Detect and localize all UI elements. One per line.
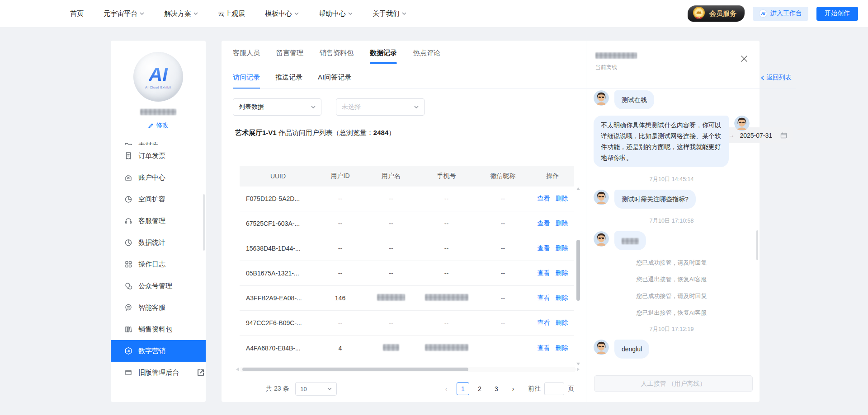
back-to-list-link[interactable]: 返回列表 <box>761 74 792 89</box>
scroll-up-arrow[interactable] <box>576 187 580 190</box>
table-row: F075D12D-5A2D... -- -- -- -- 查看删除 <box>240 187 574 211</box>
nav-metaverse[interactable]: 元宇宙平台 <box>104 9 144 18</box>
chevron-down-icon <box>402 12 406 15</box>
start-creating-button[interactable]: 开始创作 <box>816 7 858 21</box>
chat-header: 当前离线 <box>586 41 760 71</box>
sidebar-item-smart-service[interactable]: 智能客服 <box>111 297 206 318</box>
headphones-icon <box>124 217 132 225</box>
sidebar-item-operation-log[interactable]: 操作日志 <box>111 253 206 275</box>
nav-about-us-label: 关于我们 <box>373 9 400 18</box>
view-link[interactable]: 查看 <box>538 269 550 277</box>
table-vertical-scrollbar[interactable] <box>576 187 580 366</box>
sidebar-scrollbar-thumb[interactable] <box>203 194 205 251</box>
chevron-down-icon <box>327 387 332 390</box>
secondary-select[interactable]: 未选择 <box>336 98 425 116</box>
view-link[interactable]: 查看 <box>538 344 550 352</box>
subtab-push-records[interactable]: 推送记录 <box>275 73 302 89</box>
nav-template-center[interactable]: 模板中心 <box>265 9 299 18</box>
next-page-button[interactable]: › <box>507 382 519 395</box>
page-size-select[interactable]: 10 <box>295 382 337 396</box>
page-button-2[interactable]: 2 <box>473 382 486 395</box>
sidebar-item-sales-kit[interactable]: 销售资料包 <box>111 318 206 340</box>
close-icon[interactable] <box>741 55 748 62</box>
tab-message-management[interactable]: 留言管理 <box>276 49 303 64</box>
nav-cloud-exhibition[interactable]: 云上观展 <box>218 9 245 18</box>
vertical-scrollbar-thumb[interactable] <box>576 240 580 301</box>
column-username: 用户名 <box>364 172 418 180</box>
column-user-id: 用户ID <box>316 172 364 180</box>
medal-icon: VIP <box>690 5 708 22</box>
user-avatar <box>594 190 609 205</box>
subtab-ai-qa-records[interactable]: AI问答记录 <box>318 73 351 89</box>
tab-service-staff[interactable]: 客服人员 <box>233 49 260 64</box>
profile-section: AI AI Cloud Exhibit 修改 <box>111 41 206 130</box>
scroll-left-arrow[interactable] <box>236 368 239 371</box>
page-button-3[interactable]: 3 <box>490 382 503 395</box>
nav-about-us[interactable]: 关于我们 <box>373 9 406 18</box>
delete-link[interactable]: 删除 <box>556 195 568 203</box>
list-data-select[interactable]: 列表数据 <box>233 98 321 116</box>
subtab-visit-records[interactable]: 访问记录 <box>233 73 260 89</box>
chat-scrollbar-thumb[interactable] <box>756 230 758 260</box>
grid-icon <box>124 260 132 268</box>
nav-help-center-label: 帮助中心 <box>319 9 346 18</box>
sidebar-item-order-invoice[interactable]: 订单发票 <box>111 145 206 167</box>
table-row: 15638D4B-1D44-... -- -- -- -- 查看删除 <box>240 236 574 261</box>
delete-link[interactable]: 删除 <box>556 269 568 277</box>
cell-wechat: -- <box>475 319 531 326</box>
table-horizontal-scrollbar[interactable] <box>240 367 576 372</box>
page-button-1[interactable]: 1 <box>457 382 469 395</box>
cell-phone: -- <box>418 220 475 227</box>
nav-home[interactable]: 首页 <box>70 9 84 18</box>
sidebar-item-account-center[interactable]: 账户中心 <box>111 167 206 188</box>
chat-bubble: 不太明确你具体想测试什么内容呀，你可以详细说说哦，比如是测试网络连接、某个软件功… <box>594 116 729 167</box>
sidebar-item-digital-marketing[interactable]: 数字营销 <box>111 340 206 362</box>
sidebar-item-data-statistics[interactable]: 数据统计 <box>111 232 206 253</box>
delete-link[interactable]: 删除 <box>556 244 568 252</box>
tab-hot-comments[interactable]: 热点评论 <box>413 49 440 64</box>
prev-page-button[interactable]: ‹ <box>440 382 453 395</box>
view-link[interactable]: 查看 <box>538 294 550 302</box>
edit-profile-link[interactable]: 修改 <box>148 121 169 130</box>
cell-wechat: -- <box>475 294 531 302</box>
sidebar-item-official-account[interactable]: 公众号管理 <box>111 275 206 297</box>
cell-wechat: -- <box>475 245 531 252</box>
scroll-right-arrow[interactable] <box>577 368 580 371</box>
home-icon <box>124 173 132 182</box>
enter-workspace-button[interactable]: AI 进入工作台 <box>753 7 808 21</box>
tab-data-records[interactable]: 数据记录 <box>370 49 397 64</box>
view-link[interactable]: 查看 <box>538 195 550 203</box>
view-link[interactable]: 查看 <box>538 244 550 252</box>
goto-page-input[interactable] <box>544 382 564 395</box>
table-row: 947CC2F6-B09C-... -- -- -- -- 查看删除 <box>240 311 574 336</box>
view-link[interactable]: 查看 <box>538 319 550 327</box>
cell-user-id: -- <box>316 220 364 227</box>
sidebar-item-label: 公众号管理 <box>138 282 172 290</box>
delete-link[interactable]: 删除 <box>556 219 568 228</box>
manual-takeover-button[interactable]: 人工接管 （用户离线） <box>594 375 753 392</box>
cell-phone-redacted <box>418 344 475 352</box>
sidebar-item-space-expansion[interactable]: 空间扩容 <box>111 188 206 210</box>
tab-sales-kit[interactable]: 销售资料包 <box>320 49 354 64</box>
member-service-label: 会员服务 <box>709 9 736 18</box>
sidebar-item-legacy-admin[interactable]: 旧版管理后台 <box>111 362 206 383</box>
delete-link[interactable]: 删除 <box>556 294 568 302</box>
horizontal-scrollbar-thumb[interactable] <box>242 368 468 371</box>
nav-help-center[interactable]: 帮助中心 <box>319 9 353 18</box>
view-link[interactable]: 查看 <box>538 219 550 228</box>
sidebar-item-service-management[interactable]: 客服管理 <box>111 210 206 232</box>
cell-uuid: A3FFB2A9-EA08-... <box>240 294 316 302</box>
member-service-badge[interactable]: VIP 会员服务 <box>688 5 745 22</box>
chat-bubble: denglul <box>614 340 649 359</box>
chat-timestamp: 7月10日 17:12:19 <box>594 326 750 333</box>
delete-link[interactable]: 删除 <box>556 319 568 327</box>
delete-link[interactable]: 删除 <box>556 344 568 352</box>
scroll-down-arrow[interactable] <box>576 363 580 365</box>
table-row: A3FFB2A9-EA08-... 146 -- 查看删除 <box>240 286 574 311</box>
sidebar-item-material-library[interactable]: 素材库 <box>111 137 206 145</box>
column-phone: 手机号 <box>418 172 475 180</box>
pager: ‹ 1 2 3 › 前往 页 <box>440 382 574 395</box>
nav-solutions[interactable]: 解决方案 <box>164 9 198 18</box>
total-count: 共 23 条 <box>266 385 289 393</box>
filter-selects: 列表数据 未选择 <box>233 98 425 116</box>
